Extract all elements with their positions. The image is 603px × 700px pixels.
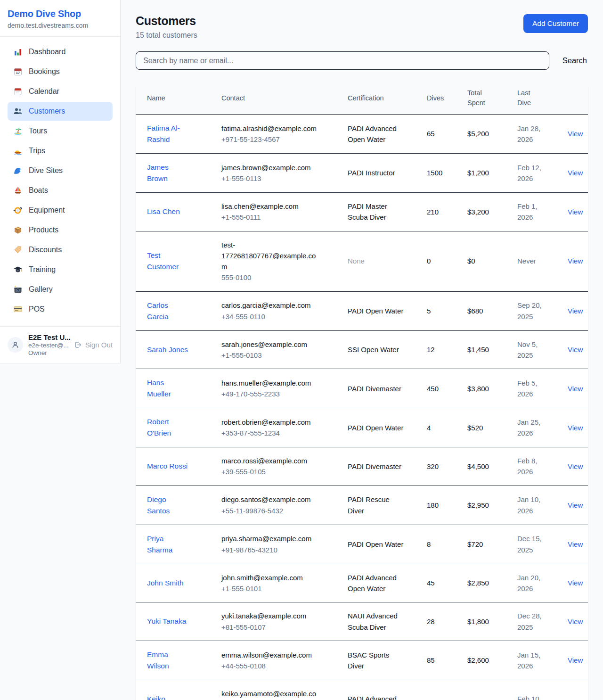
sidebar-item-label: Discounts — [29, 246, 62, 254]
view-customer-link[interactable]: View — [568, 579, 583, 587]
view-customer-link[interactable]: View — [568, 169, 583, 177]
sidebar-nav: Dashboard Bookings Calendar Customers — [0, 37, 120, 326]
camera-icon — [13, 285, 23, 294]
customer-name-link[interactable]: Emma Wilson — [147, 649, 188, 672]
sidebar-item-products[interactable]: Products — [8, 221, 113, 239]
sidebar-item-customers[interactable]: Customers — [8, 102, 113, 121]
customer-certification: None — [348, 255, 365, 266]
customer-phone: +1-555-0103 — [221, 350, 336, 361]
customer-row-john-smith: John Smith john.smith@example.com +1-555… — [136, 564, 588, 602]
customer-name-link[interactable]: Sarah Jones — [147, 344, 188, 355]
customer-last-dive: Sep 20, 2025 — [517, 300, 546, 322]
view-customer-link[interactable]: View — [568, 208, 583, 216]
column-header-total-spent: Total Spent — [462, 82, 512, 115]
view-customer-link[interactable]: View — [568, 540, 583, 548]
customer-certification: NAUI Advanced Scuba Diver — [348, 610, 406, 633]
customer-name-link[interactable]: Diego Santos — [147, 494, 188, 517]
table-header-row: Name Contact Certification Dives Total S… — [136, 82, 588, 115]
price-tag-icon — [13, 245, 23, 255]
app: Demo Dive Shop demo.test.divestreams.com… — [0, 0, 603, 700]
sign-out-button[interactable]: Sign Out — [74, 341, 113, 349]
user-info: E2E Test U... e2e-tester@... Owner — [28, 333, 69, 356]
brand-title[interactable]: Demo Dive Shop — [8, 8, 113, 19]
customer-certification: PADI Instructor — [348, 167, 395, 178]
sidebar-item-label: Gallery — [29, 285, 53, 294]
sidebar-item-label: POS — [29, 305, 45, 313]
view-customer-link[interactable]: View — [568, 257, 583, 265]
customer-name-link[interactable]: Keiko Yamamoto — [147, 693, 188, 700]
view-customer-link[interactable]: View — [568, 346, 583, 354]
customer-name-link[interactable]: Fatima Al-Rashid — [147, 123, 188, 145]
view-customer-link[interactable]: View — [568, 130, 583, 138]
view-customer-link[interactable]: View — [568, 462, 583, 470]
sidebar-item-label: Dashboard — [29, 48, 65, 56]
customer-name-link[interactable]: John Smith — [147, 577, 184, 589]
customer-name-link[interactable]: Robert O'Brien — [147, 416, 188, 439]
main-content: Customers 15 total customers Add Custome… — [121, 0, 603, 700]
view-customer-link[interactable]: View — [568, 385, 583, 393]
view-customer-link[interactable]: View — [568, 656, 583, 664]
customer-total-spent: $0 — [462, 231, 512, 291]
customer-total-spent: $1,450 — [462, 330, 512, 369]
search-button[interactable]: Search — [562, 54, 588, 67]
sidebar-item-discounts[interactable]: Discounts — [8, 240, 113, 259]
sidebar-item-calendar[interactable]: Calendar — [8, 82, 113, 101]
customer-last-dive: Feb 5, 2026 — [517, 378, 546, 400]
customer-last-dive: Feb 1, 2026 — [517, 201, 546, 223]
customer-row-carlos-garcia: Carlos Garcia carlos.garcia@example.com … — [136, 291, 588, 330]
customer-dives: 320 — [421, 447, 462, 486]
customer-dives: 12 — [421, 330, 462, 369]
customer-dives: 85 — [421, 641, 462, 680]
customer-name-link[interactable]: Priya Sharma — [147, 533, 188, 556]
sidebar-item-pos[interactable]: POS — [8, 300, 113, 319]
customer-dives: 5 — [421, 291, 462, 330]
customer-row-robert-o-brien: Robert O'Brien robert.obrien@example.com… — [136, 408, 588, 447]
search-input[interactable] — [136, 51, 549, 70]
customer-row-priya-sharma: Priya Sharma priya.sharma@example.com +9… — [136, 525, 588, 564]
view-customer-link[interactable]: View — [568, 307, 583, 315]
sidebar-item-dashboard[interactable]: Dashboard — [8, 42, 113, 61]
customer-row-fatima-al-rashid: Fatima Al-Rashid fatima.alrashid@example… — [136, 115, 588, 154]
view-customer-link[interactable]: View — [568, 424, 583, 432]
customer-name-link[interactable]: Test Customer — [147, 250, 188, 272]
customer-total-spent: $4,500 — [462, 447, 512, 486]
customer-last-dive: Dec 28, 2025 — [517, 610, 546, 633]
customer-row-diego-santos: Diego Santos diego.santos@example.com +5… — [136, 486, 588, 525]
sidebar-item-gallery[interactable]: Gallery — [8, 280, 113, 299]
calendar-icon — [13, 67, 23, 76]
customer-name-link[interactable]: Hans Mueller — [147, 377, 188, 400]
customer-name-link[interactable]: Yuki Tanaka — [147, 616, 186, 627]
customer-name-link[interactable]: James Brown — [147, 162, 188, 184]
view-customer-link[interactable]: View — [568, 618, 583, 626]
sidebar-item-bookings[interactable]: Bookings — [8, 62, 113, 81]
customer-email: robert.obrien@example.com — [221, 417, 310, 428]
sidebar-item-trips[interactable]: Trips — [8, 141, 113, 160]
sidebar-item-equipment[interactable]: Equipment — [8, 201, 113, 220]
customer-name-link[interactable]: Carlos Garcia — [147, 300, 188, 322]
sidebar-item-boats[interactable]: Boats — [8, 181, 113, 200]
sidebar-item-label: Boats — [29, 186, 48, 195]
customer-name-link[interactable]: Marco Rossi — [147, 461, 187, 472]
sidebar-item-label: Calendar — [29, 87, 59, 96]
customer-phone: 555-0100 — [221, 272, 336, 283]
customer-email: fatima.alrashid@example.com — [221, 123, 317, 134]
sidebar-item-tours[interactable]: Tours — [8, 122, 113, 140]
sidebar-item-dive-sites[interactable]: Dive Sites — [8, 161, 113, 180]
customer-email: test-1772681807767@example.com — [221, 239, 321, 272]
add-customer-button[interactable]: Add Customer — [523, 14, 588, 33]
customer-last-dive: Jan 10, 2026 — [517, 494, 546, 516]
customer-row-marco-rossi: Marco Rossi marco.rossi@example.com +39-… — [136, 447, 588, 486]
column-header-dives: Dives — [421, 82, 462, 115]
column-header-certification: Certification — [342, 82, 421, 115]
view-customer-link[interactable]: View — [568, 501, 583, 509]
customer-phone: +44-555-0108 — [221, 660, 336, 671]
customer-row-emma-wilson: Emma Wilson emma.wilson@example.com +44-… — [136, 641, 588, 680]
customer-certification: PADI Master Scuba Diver — [348, 201, 406, 223]
customer-name-link[interactable]: Lisa Chen — [147, 206, 180, 217]
sidebar-item-training[interactable]: Training — [8, 260, 113, 279]
customer-row-yuki-tanaka: Yuki Tanaka yuki.tanaka@example.com +81-… — [136, 602, 588, 641]
customer-last-dive: Dec 15, 2025 — [517, 533, 546, 555]
customer-dives: 450 — [421, 369, 462, 408]
customer-row-hans-mueller: Hans Mueller hans.mueller@example.com +4… — [136, 369, 588, 408]
people-icon — [13, 107, 23, 116]
